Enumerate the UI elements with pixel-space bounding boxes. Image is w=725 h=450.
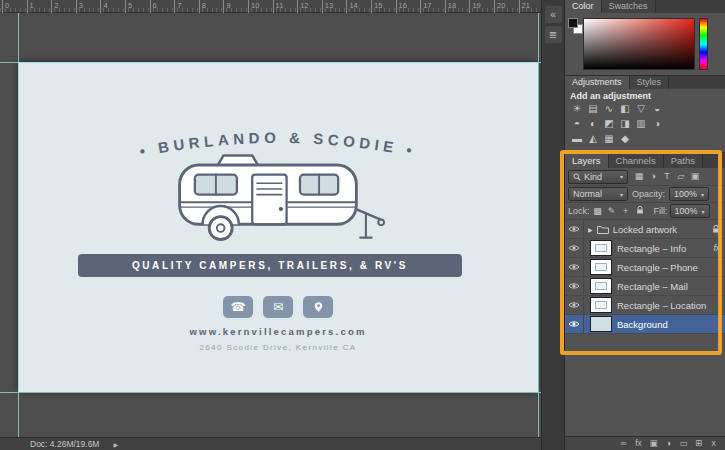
visibility-eye-icon[interactable] [565, 315, 584, 333]
color-lookup-icon[interactable]: ▥ [633, 117, 649, 131]
visibility-eye-icon[interactable] [565, 239, 584, 257]
gradient-map-icon[interactable]: ▦ [601, 132, 617, 146]
tab-swatches[interactable]: Swatches [602, 0, 656, 13]
layer-thumbnail[interactable] [590, 259, 612, 275]
delete-layer-icon[interactable]: x [706, 437, 721, 450]
canvas-pasteboard[interactable]: • BURLANDO & SCODIE • [0, 13, 541, 437]
ruler-tick: 10 [248, 0, 259, 13]
website-text: www.kernvillecampers.com [18, 326, 538, 337]
layer-list: ▶ Locked artwork Rectangle – Info f [565, 220, 725, 334]
tagline-banner: QUALITY CAMPERS, TRAILERS, & RV'S [78, 254, 462, 277]
new-layer-icon[interactable]: ⊞ [691, 437, 706, 450]
status-flyout-arrow-icon[interactable]: ▶ [113, 441, 118, 448]
black-white-icon[interactable]: ◐ [585, 117, 601, 131]
foreground-color-chip[interactable] [568, 18, 578, 28]
layer-name: Background [617, 319, 668, 330]
add-adjustment-label: Add an adjustment [565, 89, 725, 102]
camper-illustration [168, 144, 388, 251]
posterize-icon[interactable]: ▬ [569, 132, 585, 146]
add-layer-mask-icon[interactable]: ▣ [646, 437, 661, 450]
lock-transparency-icon[interactable]: ▩ [592, 205, 604, 217]
layer-row-background[interactable]: Background [565, 315, 725, 334]
layer-row-rectangle-info[interactable]: Rectangle – Info fx [565, 239, 725, 258]
layer-thumbnail[interactable] [590, 278, 612, 294]
layer-row-rectangle-location[interactable]: Rectangle – Location [565, 296, 725, 315]
color-picker-area [565, 13, 725, 75]
tab-styles[interactable]: Styles [630, 76, 670, 89]
tab-adjustments[interactable]: Adjustments [565, 76, 630, 89]
levels-icon[interactable]: ▤ [585, 102, 601, 116]
filter-shape-layers-icon[interactable]: ▱ [674, 170, 688, 183]
filter-pixel-layers-icon[interactable]: ▦ [632, 170, 646, 183]
layer-list-empty-area [565, 334, 725, 436]
threshold-icon[interactable]: ◭ [585, 132, 601, 146]
curves-icon[interactable]: ∿ [601, 102, 617, 116]
photo-filter-icon[interactable]: ◩ [601, 117, 617, 131]
brightness-contrast-icon[interactable]: ☀ [569, 102, 585, 116]
search-icon [573, 173, 581, 181]
lock-all-icon[interactable] [634, 205, 646, 217]
guide-horizontal-top[interactable] [0, 62, 541, 63]
blend-mode-dropdown[interactable]: Normal ▾ [568, 187, 628, 201]
filter-adjustment-layers-icon[interactable]: ◑ [646, 170, 660, 183]
ruler-tick: 18 [445, 0, 456, 13]
tab-layers[interactable]: Layers [565, 153, 609, 168]
photoshop-window: 0123456789101112131415161718192021 • BUR… [0, 0, 725, 450]
layer-name: Rectangle – Mail [617, 281, 688, 292]
filter-smart-objects-icon[interactable]: ▣ [688, 170, 702, 183]
adjustment-icons-row-3: ▬◭▦◆ [569, 132, 725, 146]
layer-row-locked-artwork[interactable]: ▶ Locked artwork [565, 220, 725, 239]
color-balance-icon[interactable]: ◓ [569, 117, 585, 131]
selective-color-icon[interactable]: ◆ [617, 132, 633, 146]
group-disclosure-icon[interactable]: ▶ [588, 226, 593, 233]
layers-panel-bottom-bar: ∞fx▣◑▭⊞x [565, 436, 725, 450]
fill-value-dropdown[interactable]: 100% ▾ [670, 204, 710, 218]
business-card-artwork[interactable]: • BURLANDO & SCODIE • [18, 62, 538, 392]
layer-row-rectangle-mail[interactable]: Rectangle – Mail [565, 277, 725, 296]
layer-lock-icon [712, 224, 720, 234]
invert-icon[interactable]: ◑ [649, 117, 665, 131]
history-panel-icon[interactable]: ≣ [545, 26, 562, 43]
tab-channels[interactable]: Channels [609, 153, 664, 168]
layer-thumbnail[interactable] [590, 240, 612, 256]
layer-filter-type-buttons: ▦◑T▱▣ [632, 170, 702, 183]
layer-fx-badge[interactable]: fx [713, 243, 720, 253]
visibility-eye-icon[interactable] [565, 220, 584, 238]
opacity-value-dropdown[interactable]: 100% ▾ [669, 187, 709, 201]
link-layers-icon[interactable]: ∞ [616, 437, 631, 450]
new-group-icon[interactable]: ▭ [676, 437, 691, 450]
lock-row: Lock: ▩ ✎ + Fill: 100% ▾ [565, 203, 725, 220]
horizontal-ruler[interactable]: 0123456789101112131415161718192021 [0, 0, 541, 13]
fill-label: Fill: [654, 206, 668, 216]
exposure-icon[interactable]: ◧ [617, 102, 633, 116]
ruler-tick: 19 [469, 0, 480, 13]
vibrance-icon[interactable]: ▽ [633, 102, 649, 116]
doc-size-info: Doc: 4.26M/19.6M [30, 439, 99, 449]
hue-slider[interactable] [699, 18, 708, 70]
layer-thumbnail[interactable] [590, 297, 612, 313]
guide-vertical-left[interactable] [18, 13, 19, 437]
guide-vertical-right[interactable] [538, 13, 539, 437]
lock-position-icon[interactable]: + [620, 205, 632, 217]
filter-kind-dropdown[interactable]: Kind ▾ [568, 170, 628, 184]
tab-color[interactable]: Color [565, 0, 602, 13]
layer-name: Locked artwork [613, 224, 677, 235]
channel-mixer-icon[interactable]: ◨ [617, 117, 633, 131]
guide-horizontal-bottom[interactable] [0, 392, 541, 393]
layer-row-rectangle-phone[interactable]: Rectangle – Phone [565, 258, 725, 277]
ruler-tick: 21 [519, 0, 530, 13]
location-icon [303, 296, 333, 318]
hue-saturation-icon[interactable]: ◒ [649, 102, 665, 116]
visibility-eye-icon[interactable] [565, 277, 584, 295]
expand-panels-icon[interactable]: « [545, 6, 562, 23]
new-adjustment-layer-icon[interactable]: ◑ [661, 437, 676, 450]
layer-thumbnail[interactable] [590, 316, 612, 332]
panel-dock-strip: «≣ [541, 0, 565, 450]
tab-paths[interactable]: Paths [664, 153, 703, 168]
visibility-eye-icon[interactable] [565, 258, 584, 276]
visibility-eye-icon[interactable] [565, 296, 584, 314]
saturation-brightness-field[interactable] [583, 18, 695, 70]
layer-style-fx-icon[interactable]: fx [631, 437, 646, 450]
lock-paint-icon[interactable]: ✎ [606, 205, 618, 217]
filter-type-layers-icon[interactable]: T [660, 170, 674, 183]
